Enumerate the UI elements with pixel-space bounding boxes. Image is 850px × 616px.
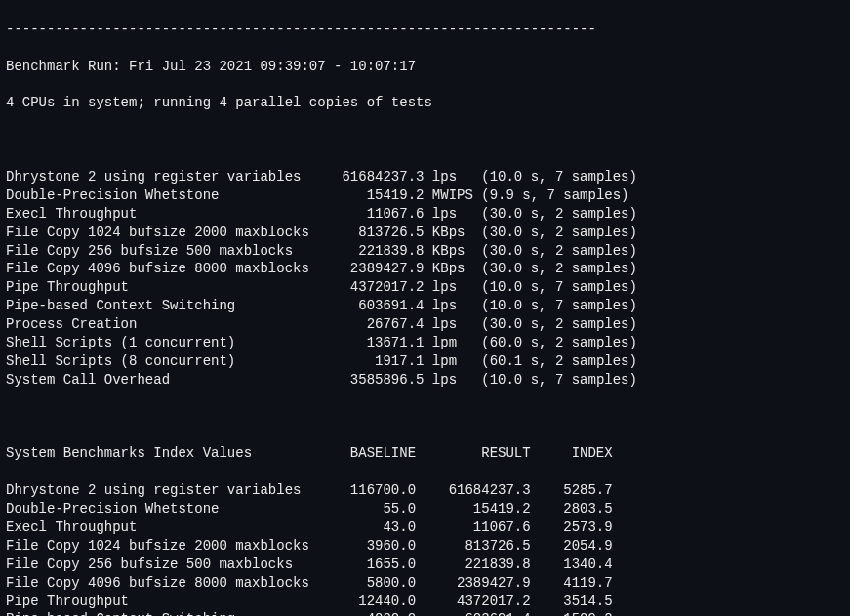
raw-result-row: Shell Scripts (1 concurrent)13671.1 lpm(… bbox=[6, 334, 844, 352]
test-name: Pipe Throughput bbox=[6, 593, 317, 611]
test-name: Pipe-based Context Switching bbox=[6, 610, 317, 616]
test-name: Double-Precision Whetstone bbox=[6, 500, 317, 518]
test-result: 221839.8 bbox=[416, 555, 531, 574]
test-value: 26767.4 bbox=[301, 315, 424, 334]
raw-result-row: Execl Throughput11067.6 lps(30.0 s, 2 sa… bbox=[6, 205, 844, 224]
test-name: Execl Throughput bbox=[6, 518, 317, 537]
test-value: 221839.8 bbox=[301, 242, 424, 261]
test-unit: lps bbox=[432, 297, 481, 315]
index-result-row: Double-Precision Whetstone55.015419.2280… bbox=[6, 500, 844, 518]
blank-line bbox=[6, 131, 844, 149]
test-timing: (10.0 s, 7 samples) bbox=[481, 278, 637, 297]
test-result: 603691.4 bbox=[416, 610, 531, 616]
test-value: 61684237.3 bbox=[301, 168, 424, 186]
test-value: 603691.4 bbox=[301, 297, 424, 315]
raw-result-row: Process Creation26767.4 lps(30.0 s, 2 sa… bbox=[6, 315, 844, 334]
test-result: 813726.5 bbox=[416, 537, 531, 555]
test-baseline: 3960.0 bbox=[317, 537, 416, 555]
raw-result-row: File Copy 1024 bufsize 2000 maxblocks813… bbox=[6, 224, 844, 242]
test-name: File Copy 4096 bufsize 8000 maxblocks bbox=[6, 574, 317, 593]
test-value: 15419.2 bbox=[301, 186, 424, 205]
test-index: 4119.7 bbox=[531, 574, 613, 593]
index-result-row: Execl Throughput43.011067.62573.9 bbox=[6, 518, 844, 537]
test-name: File Copy 1024 bufsize 2000 maxblocks bbox=[6, 537, 317, 555]
test-name: Shell Scripts (1 concurrent) bbox=[6, 334, 301, 352]
test-value: 2389427.9 bbox=[301, 260, 424, 278]
test-name: File Copy 4096 bufsize 8000 maxblocks bbox=[6, 260, 301, 278]
raw-result-row: Pipe-based Context Switching603691.4 lps… bbox=[6, 297, 844, 315]
test-unit: KBps bbox=[432, 242, 481, 261]
cpu-header-line: 4 CPUs in system; running 4 parallel cop… bbox=[6, 94, 844, 112]
test-name: Pipe-based Context Switching bbox=[6, 297, 301, 315]
test-timing: (10.0 s, 7 samples) bbox=[481, 371, 637, 390]
run-header-line: Benchmark Run: Fri Jul 23 2021 09:39:07 … bbox=[6, 58, 844, 76]
test-value: 11067.6 bbox=[301, 205, 424, 224]
test-name: File Copy 1024 bufsize 2000 maxblocks bbox=[6, 224, 301, 242]
test-unit: lps bbox=[432, 205, 481, 224]
test-result: 15419.2 bbox=[416, 500, 531, 518]
test-name: File Copy 256 bufsize 500 maxblocks bbox=[6, 242, 301, 261]
index-header-index: INDEX bbox=[531, 444, 613, 463]
test-baseline: 116700.0 bbox=[317, 481, 416, 500]
test-unit: KBps bbox=[432, 260, 481, 278]
raw-result-row: Pipe Throughput4372017.2 lps(10.0 s, 7 s… bbox=[6, 278, 844, 297]
test-unit: lps bbox=[432, 371, 481, 390]
divider-top: ----------------------------------------… bbox=[6, 21, 844, 39]
raw-result-row: File Copy 4096 bufsize 8000 maxblocks238… bbox=[6, 260, 844, 278]
test-name: Pipe Throughput bbox=[6, 278, 301, 297]
index-results-block: Dhrystone 2 using register variables1167… bbox=[6, 481, 844, 616]
index-header-result: RESULT bbox=[416, 444, 531, 463]
test-unit: lps bbox=[432, 315, 481, 334]
test-timing: (30.0 s, 2 samples) bbox=[481, 315, 637, 334]
raw-result-row: Shell Scripts (8 concurrent)1917.1 lpm(6… bbox=[6, 352, 844, 371]
test-timing: (10.0 s, 7 samples) bbox=[481, 168, 637, 186]
raw-result-row: System Call Overhead3585896.5 lps(10.0 s… bbox=[6, 371, 844, 390]
test-index: 2054.9 bbox=[531, 537, 613, 555]
index-result-row: File Copy 1024 bufsize 2000 maxblocks396… bbox=[6, 537, 844, 555]
index-header-row: System Benchmarks Index ValuesBASELINERE… bbox=[6, 444, 844, 463]
test-result: 61684237.3 bbox=[416, 481, 531, 500]
test-index: 2803.5 bbox=[531, 500, 613, 518]
test-name: System Call Overhead bbox=[6, 371, 301, 390]
test-timing: (60.0 s, 2 samples) bbox=[481, 334, 637, 352]
test-value: 13671.1 bbox=[301, 334, 424, 352]
test-name: File Copy 256 bufsize 500 maxblocks bbox=[6, 555, 317, 574]
test-index: 2573.9 bbox=[531, 518, 613, 537]
raw-result-row: File Copy 256 bufsize 500 maxblocks22183… bbox=[6, 242, 844, 261]
blank-line bbox=[6, 408, 844, 427]
test-unit: MWIPS bbox=[432, 186, 481, 205]
test-timing: (30.0 s, 2 samples) bbox=[481, 260, 637, 278]
test-unit: lps bbox=[432, 278, 481, 297]
index-result-row: File Copy 4096 bufsize 8000 maxblocks580… bbox=[6, 574, 844, 593]
test-value: 4372017.2 bbox=[301, 278, 424, 297]
test-timing: (9.9 s, 7 samples) bbox=[481, 186, 628, 205]
index-result-row: File Copy 256 bufsize 500 maxblocks1655.… bbox=[6, 555, 844, 574]
index-result-row: Pipe-based Context Switching4000.0603691… bbox=[6, 610, 844, 616]
raw-result-row: Dhrystone 2 using register variables6168… bbox=[6, 168, 844, 186]
test-value: 813726.5 bbox=[301, 224, 424, 242]
test-name: Dhrystone 2 using register variables bbox=[6, 168, 301, 186]
test-index: 3514.5 bbox=[531, 593, 613, 611]
test-baseline: 5800.0 bbox=[317, 574, 416, 593]
test-index: 1340.4 bbox=[531, 555, 613, 574]
index-header-name: System Benchmarks Index Values bbox=[6, 444, 317, 463]
test-name: Process Creation bbox=[6, 315, 301, 334]
index-result-row: Pipe Throughput12440.04372017.23514.5 bbox=[6, 593, 844, 611]
test-timing: (10.0 s, 7 samples) bbox=[481, 297, 637, 315]
test-name: Shell Scripts (8 concurrent) bbox=[6, 352, 301, 371]
test-timing: (30.0 s, 2 samples) bbox=[481, 205, 637, 224]
test-timing: (30.0 s, 2 samples) bbox=[481, 224, 637, 242]
test-baseline: 43.0 bbox=[317, 518, 416, 537]
test-result: 2389427.9 bbox=[416, 574, 531, 593]
test-name: Execl Throughput bbox=[6, 205, 301, 224]
test-value: 1917.1 bbox=[301, 352, 424, 371]
index-header-baseline: BASELINE bbox=[317, 444, 416, 463]
test-name: Dhrystone 2 using register variables bbox=[6, 481, 317, 500]
test-unit: lps bbox=[432, 168, 481, 186]
index-result-row: Dhrystone 2 using register variables1167… bbox=[6, 481, 844, 500]
test-baseline: 12440.0 bbox=[317, 593, 416, 611]
test-timing: (60.1 s, 2 samples) bbox=[481, 352, 637, 371]
raw-results-block: Dhrystone 2 using register variables6168… bbox=[6, 168, 844, 390]
test-timing: (30.0 s, 2 samples) bbox=[481, 242, 637, 261]
test-baseline: 1655.0 bbox=[317, 555, 416, 574]
